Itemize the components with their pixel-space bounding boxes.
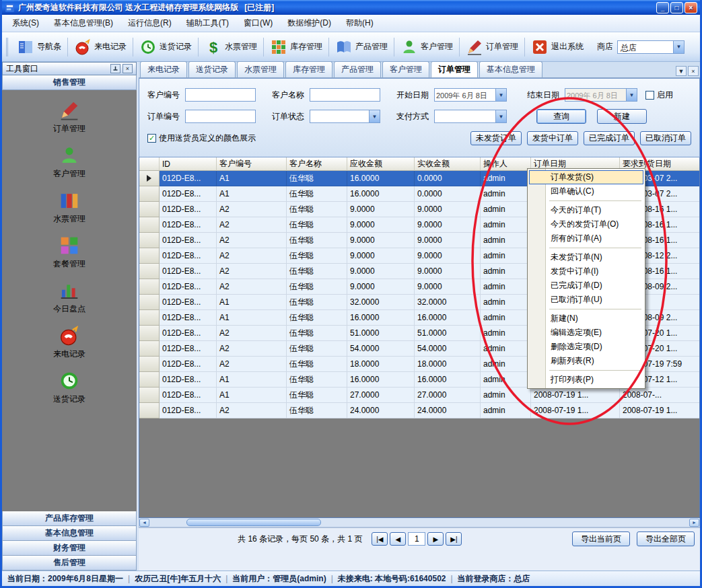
- grid-cell[interactable]: 012D-E8...: [160, 264, 217, 279]
- context-menu-item-12[interactable]: 新建(N): [529, 311, 643, 326]
- grid-cell[interactable]: A2: [217, 341, 287, 357]
- pay-method-combobox[interactable]: ▼: [434, 110, 507, 123]
- grid-cell[interactable]: 2008-07-19 1...: [620, 403, 700, 418]
- grid-cell[interactable]: 012D-E8...: [160, 233, 217, 248]
- context-menu-item-10[interactable]: 已取消订单(U): [529, 293, 643, 307]
- context-menu-item-4[interactable]: 今天的发货订单(O): [529, 217, 643, 231]
- context-menu-item-7[interactable]: 未发货订单(N): [529, 250, 643, 264]
- grid-cell[interactable]: admin: [481, 341, 531, 357]
- tab-0[interactable]: 来电记录: [140, 61, 187, 77]
- scroll-right-icon[interactable]: ►: [689, 519, 699, 527]
- order-status-combobox[interactable]: ▼: [310, 110, 380, 123]
- grid-cell[interactable]: A1: [217, 388, 287, 403]
- sidebar-section-1[interactable]: 基本信息管理: [2, 526, 137, 541]
- grid-cell[interactable]: 51.0000: [347, 326, 415, 341]
- grid-cell[interactable]: A2: [217, 248, 287, 264]
- grid-cell[interactable]: 伍华聪: [287, 217, 347, 233]
- grid-cell[interactable]: 伍华聪: [287, 310, 347, 326]
- tab-2[interactable]: 水票管理: [237, 61, 284, 77]
- grid-cell[interactable]: 伍华聪: [287, 171, 347, 186]
- grid-header-0[interactable]: ID: [160, 157, 217, 171]
- order-no-input[interactable]: [185, 110, 256, 123]
- toolbar-button-2[interactable]: 送货记录: [135, 37, 196, 57]
- grid-cell[interactable]: 9.0000: [347, 279, 415, 295]
- delivery-color-checkbox[interactable]: ✓: [147, 134, 156, 143]
- menu-item-6[interactable]: 帮助(H): [339, 15, 381, 32]
- row-header-cell[interactable]: [139, 310, 160, 326]
- grid-cell[interactable]: A1: [217, 372, 287, 388]
- row-header-cell[interactable]: [139, 341, 160, 357]
- scrollbar-thumb[interactable]: [186, 519, 321, 526]
- status-filter-button-3[interactable]: 已取消订单: [640, 131, 691, 145]
- new-button[interactable]: 新建: [597, 109, 647, 124]
- grid-cell[interactable]: 16.0000: [347, 372, 415, 388]
- grid-cell[interactable]: 012D-E8...: [160, 186, 217, 202]
- grid-cell[interactable]: 2008-07-19 1...: [531, 388, 620, 403]
- close-button[interactable]: ×: [685, 2, 697, 13]
- grid-cell[interactable]: 24.0000: [347, 403, 415, 418]
- menu-item-3[interactable]: 辅助工具(T): [179, 15, 236, 32]
- grid-cell[interactable]: 0.0000: [415, 171, 481, 186]
- grid-cell[interactable]: A1: [217, 186, 287, 202]
- grid-cell[interactable]: 012D-E8...: [160, 202, 217, 217]
- grid-cell[interactable]: 012D-E8...: [160, 310, 217, 326]
- toolbar-button-3[interactable]: $水票管理: [201, 37, 261, 57]
- customer-no-input[interactable]: [185, 88, 256, 102]
- grid-cell[interactable]: A2: [217, 279, 287, 295]
- grid-cell[interactable]: 012D-E8...: [160, 372, 217, 388]
- row-header-cell[interactable]: [139, 372, 160, 388]
- grid-cell[interactable]: admin: [481, 217, 531, 233]
- row-header-cell[interactable]: [139, 357, 160, 372]
- customer-name-input[interactable]: [310, 88, 380, 102]
- sidebar-section-2[interactable]: 财务管理: [2, 541, 137, 556]
- grid-cell[interactable]: 9.0000: [415, 279, 481, 295]
- grid-cell[interactable]: 9.0000: [415, 202, 481, 217]
- first-page-button[interactable]: |◀: [372, 532, 388, 546]
- status-filter-button-2[interactable]: 已完成订单: [584, 131, 635, 145]
- toolbar-button-0[interactable]: 导航条: [13, 37, 65, 57]
- grid-cell[interactable]: 伍华聪: [287, 279, 347, 295]
- maximize-button[interactable]: □: [670, 2, 683, 13]
- last-page-button[interactable]: ▶|: [446, 532, 462, 546]
- horizontal-scrollbar[interactable]: ◄ ►: [139, 518, 700, 527]
- grid-cell[interactable]: 012D-E8...: [160, 295, 217, 310]
- end-date-picker[interactable]: 2009年 6月 8日 ▼: [565, 88, 637, 102]
- row-header-cell[interactable]: [139, 202, 160, 217]
- grid-cell[interactable]: A2: [217, 217, 287, 233]
- grid-cell[interactable]: 18.0000: [415, 357, 481, 372]
- grid-cell[interactable]: 伍华聪: [287, 264, 347, 279]
- tab-1[interactable]: 送货记录: [188, 61, 236, 77]
- prev-page-button[interactable]: ◀: [390, 532, 406, 546]
- menu-item-1[interactable]: 基本信息管理(B): [46, 15, 120, 32]
- grid-cell[interactable]: 16.0000: [415, 372, 481, 388]
- grid-cell[interactable]: admin: [481, 248, 531, 264]
- grid-cell[interactable]: 27.0000: [347, 388, 415, 403]
- export-current-page-button[interactable]: 导出当前页: [572, 531, 630, 546]
- grid-cell[interactable]: 伍华聪: [287, 233, 347, 248]
- grid-cell[interactable]: admin: [481, 233, 531, 248]
- grid-cell[interactable]: 012D-E8...: [160, 248, 217, 264]
- menu-item-4[interactable]: 窗口(W): [236, 15, 280, 32]
- grid-cell[interactable]: A2: [217, 357, 287, 372]
- grid-cell[interactable]: 伍华聪: [287, 326, 347, 341]
- row-header-cell[interactable]: [139, 171, 160, 186]
- grid-cell[interactable]: 012D-E8...: [160, 326, 217, 341]
- grid-cell[interactable]: admin: [481, 202, 531, 217]
- context-menu-item-14[interactable]: 删除选定项(D): [529, 340, 643, 354]
- grid-cell[interactable]: admin: [481, 357, 531, 372]
- context-menu-item-8[interactable]: 发货中订单(I): [529, 264, 643, 279]
- start-date-picker[interactable]: 2009年 6月 8日 ▼: [434, 88, 507, 102]
- tab-5[interactable]: 客户管理: [382, 61, 429, 77]
- toolbar-button-5[interactable]: 产品管理: [331, 37, 392, 57]
- grid-cell[interactable]: A2: [217, 403, 287, 418]
- tab-7[interactable]: 基本信息管理: [479, 61, 542, 77]
- status-filter-button-1[interactable]: 发货中订单: [527, 131, 578, 145]
- grid-cell[interactable]: A2: [217, 202, 287, 217]
- grid-cell[interactable]: admin: [481, 171, 531, 186]
- grid-cell[interactable]: admin: [481, 295, 531, 310]
- grid-cell[interactable]: 16.0000: [347, 171, 415, 186]
- grid-cell[interactable]: 32.0000: [415, 295, 481, 310]
- grid-cell[interactable]: A2: [217, 233, 287, 248]
- sidebar-item-0[interactable]: 订单管理: [53, 100, 85, 135]
- grid-cell[interactable]: 伍华聪: [287, 295, 347, 310]
